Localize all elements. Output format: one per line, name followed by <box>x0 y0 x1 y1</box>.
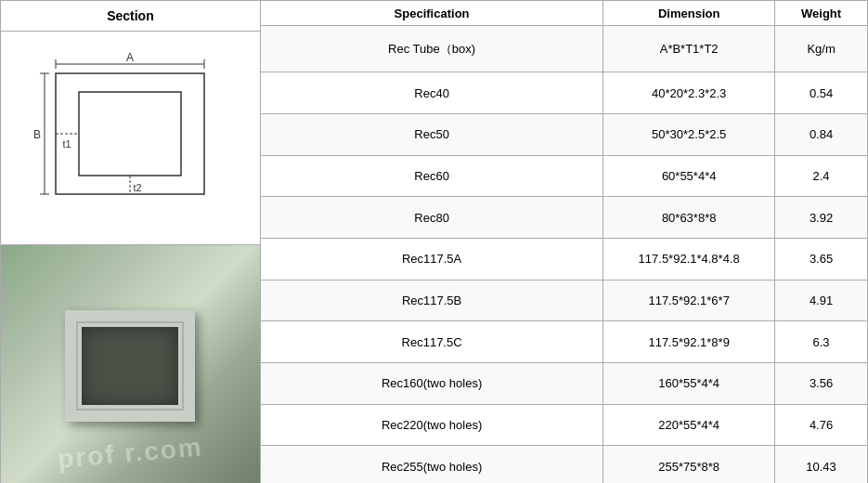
photo-placeholder: prof r.com <box>1 245 260 483</box>
row-wt: 10.43 <box>775 446 868 483</box>
row-dim: 255*75*8*8 <box>603 446 775 483</box>
row-wt: 4.76 <box>775 404 868 446</box>
row-spec: Rec60 <box>260 155 602 197</box>
section-header: Section <box>1 1 260 32</box>
row-spec: Rec40 <box>260 72 602 114</box>
main-table: Section A <box>0 0 868 483</box>
diagram-area: A B t1 t2 <box>1 32 260 245</box>
dim-header: Dimension <box>603 1 775 26</box>
row-spec: Rec50 <box>260 113 602 155</box>
unit-wt: Kg/m <box>775 26 868 72</box>
section-cell: Section A <box>1 1 261 484</box>
unit-dim: A*B*T1*T2 <box>603 26 775 72</box>
spec-header: Specification <box>260 1 602 26</box>
svg-text:A: A <box>126 51 134 64</box>
row-wt: 0.54 <box>775 72 868 114</box>
row-dim: 40*20*2.3*2.3 <box>603 72 775 114</box>
row-wt: 2.4 <box>775 155 868 197</box>
row-dim: 117.5*92.1*6*7 <box>603 280 775 321</box>
unit-spec: Rec Tube（box) <box>260 26 602 72</box>
row-spec: Rec255(two holes) <box>260 446 602 483</box>
row-dim: 60*55*4*4 <box>603 155 775 197</box>
section-diagram: A B t1 t2 <box>28 50 232 227</box>
row-dim: 220*55*4*4 <box>603 404 775 446</box>
row-dim: 117.5*92.1*4.8*4.8 <box>603 238 775 280</box>
row-wt: 3.56 <box>775 362 868 404</box>
row-spec: Rec160(two holes) <box>260 362 602 404</box>
svg-text:B: B <box>33 128 41 141</box>
weight-header: Weight <box>775 1 868 26</box>
photo-area: prof r.com <box>1 245 260 483</box>
row-dim: 80*63*8*8 <box>603 197 775 239</box>
row-spec: Rec117.5C <box>260 321 602 363</box>
svg-text:t1: t1 <box>63 138 71 150</box>
watermark: prof r.com <box>1 427 260 479</box>
row-spec: Rec80 <box>260 197 602 239</box>
row-dim: 160*55*4*4 <box>603 362 775 404</box>
row-wt: 3.92 <box>775 197 868 239</box>
svg-text:t2: t2 <box>134 182 142 193</box>
row-wt: 0.84 <box>775 113 868 155</box>
svg-rect-1 <box>79 92 181 176</box>
row-spec: Rec220(two holes) <box>260 404 602 446</box>
row-spec: Rec117.5A <box>260 238 602 280</box>
row-wt: 3.65 <box>775 238 868 280</box>
row-wt: 4.91 <box>775 280 868 321</box>
row-wt: 6.3 <box>775 321 868 363</box>
row-dim: 117.5*92.1*8*9 <box>603 321 775 363</box>
row-spec: Rec117.5B <box>260 280 602 321</box>
tube-photo <box>65 310 195 422</box>
row-dim: 50*30*2.5*2.5 <box>603 113 775 155</box>
